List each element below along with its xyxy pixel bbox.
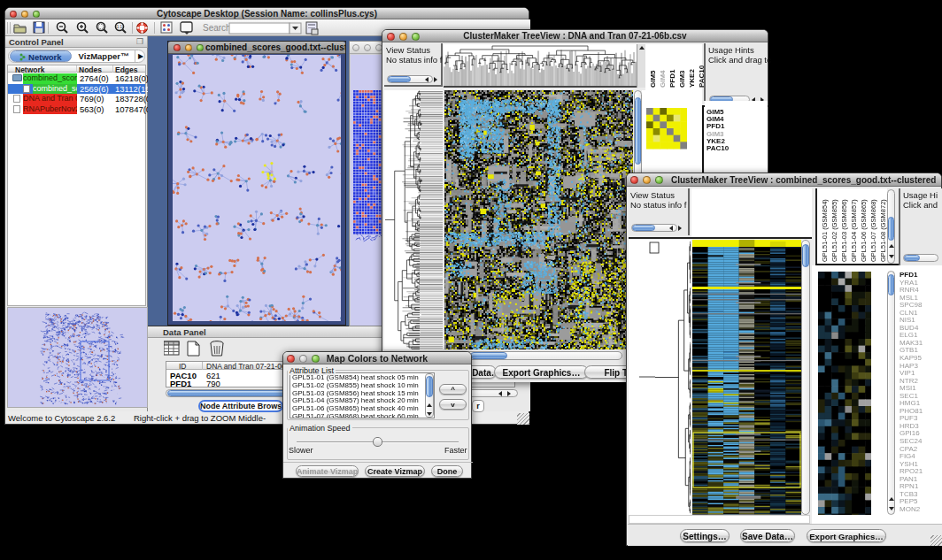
svg-text:Search:: Search: xyxy=(203,23,233,33)
svg-text:1:1: 1:1 xyxy=(117,25,123,29)
